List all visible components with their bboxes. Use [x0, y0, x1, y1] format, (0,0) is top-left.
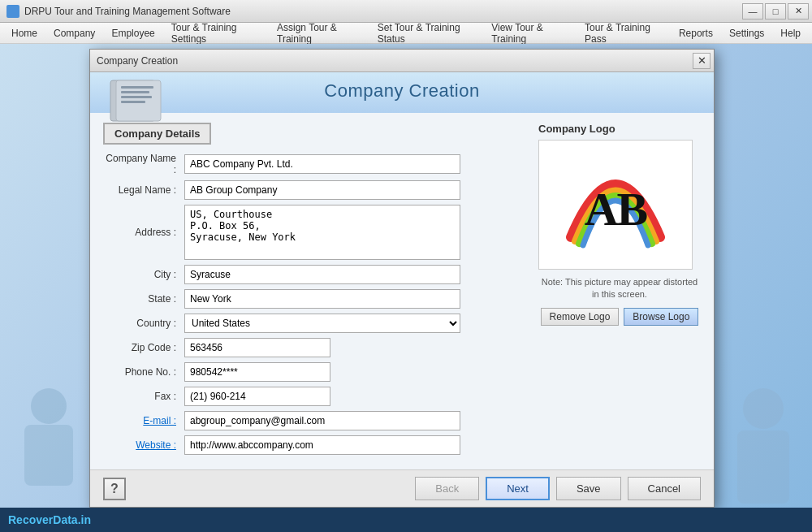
company-name-label: Company Name : [103, 153, 184, 175]
menu-item-tour-pass[interactable]: Tour & Training Pass [577, 19, 671, 47]
company-name-row: Company Name : [103, 153, 525, 175]
company-creation-modal: Company Creation ✕ Company Creation Comp… [89, 49, 715, 508]
brand-recover: Recover [8, 513, 53, 526]
modal-title-text: Company Creation [97, 55, 178, 67]
logo-section-title: Company Logo [538, 123, 701, 135]
minimize-button[interactable]: — [742, 3, 763, 19]
logo-buttons: Remove Logo Browse Logo [538, 308, 701, 326]
modal-body: Company Details Company Name : Legal Nam… [90, 113, 714, 469]
menu-item-settings[interactable]: Settings [721, 25, 772, 41]
legal-name-input[interactable] [184, 180, 460, 200]
svg-rect-6 [121, 86, 153, 89]
decorative-figure-right [723, 386, 804, 508]
brand-text: RecoverData.in [8, 513, 91, 526]
maximize-button[interactable]: □ [765, 3, 786, 19]
menu-item-company[interactable]: Company [45, 25, 103, 41]
modal-header: Company Creation [90, 72, 714, 113]
email-row: E-mail : [103, 411, 525, 430]
svg-rect-9 [121, 101, 145, 103]
legal-name-row: Legal Name : [103, 180, 525, 200]
brand-suffix: .in [78, 513, 91, 526]
fax-input[interactable] [184, 387, 330, 406]
state-row: State : [103, 289, 525, 309]
menu-item-assign-tour[interactable]: Assign Tour & Training [269, 19, 369, 47]
svg-rect-8 [121, 96, 152, 98]
title-bar: DRPU Tour and Training Management Softwa… [0, 0, 812, 23]
city-input[interactable] [184, 265, 460, 284]
right-panel: Company Logo AB Note: This picture may a… [538, 123, 701, 460]
logo-box: AB [538, 140, 693, 270]
save-button[interactable]: Save [556, 477, 621, 500]
email-label[interactable]: E-mail : [103, 415, 184, 426]
country-row: Country : United States United Kingdom C… [103, 314, 525, 333]
menu-item-home[interactable]: Home [3, 25, 45, 41]
website-input[interactable] [184, 435, 460, 455]
fax-label: Fax : [103, 391, 184, 402]
logo-note: Note: This picture may appear distorted … [538, 276, 701, 301]
city-label: City : [103, 269, 184, 280]
city-row: City : [103, 265, 525, 284]
remove-logo-button[interactable]: Remove Logo [541, 308, 620, 326]
phone-label: Phone No. : [103, 366, 184, 378]
header-icon [106, 76, 171, 125]
next-button[interactable]: Next [486, 477, 550, 500]
brand-bar: RecoverData.in [0, 508, 812, 532]
menu-item-employee[interactable]: Employee [103, 25, 162, 41]
browse-logo-button[interactable]: Browse Logo [624, 308, 698, 326]
cancel-button[interactable]: Cancel [628, 477, 701, 500]
section-header: Company Details [103, 123, 211, 145]
modal-header-title: Company Creation [90, 80, 714, 102]
country-select[interactable]: United States United Kingdom Canada Aust… [184, 314, 460, 333]
website-row: Website : [103, 435, 525, 455]
left-panel: Company Details Company Name : Legal Nam… [103, 123, 525, 460]
state-input[interactable] [184, 289, 460, 309]
modal-title-bar: Company Creation ✕ [90, 50, 714, 72]
menu-item-set-tour-status[interactable]: Set Tour & Training Status [369, 19, 483, 47]
title-bar-controls: — □ ✕ [742, 3, 809, 19]
svg-point-0 [31, 388, 67, 424]
svg-rect-1 [24, 425, 73, 486]
modal-footer: ? Back Next Save Cancel [90, 469, 714, 507]
fax-row: Fax : [103, 387, 525, 406]
back-button[interactable]: Back [415, 477, 479, 500]
brand-data: Data [53, 513, 77, 526]
zip-label: Zip Code : [103, 342, 184, 353]
menu-bar: Home Company Employee Tour & Training Se… [0, 23, 812, 44]
svg-text:AB: AB [585, 183, 648, 236]
zip-input[interactable] [184, 338, 330, 357]
phone-input[interactable] [184, 362, 330, 382]
email-input[interactable] [184, 411, 460, 430]
address-label: Address : [103, 227, 184, 238]
svg-rect-3 [737, 430, 789, 504]
country-label: Country : [103, 318, 184, 329]
menu-item-tour-settings[interactable]: Tour & Training Settings [163, 19, 269, 47]
footer-buttons: Back Next Save Cancel [415, 477, 701, 500]
ab-logo: AB [555, 148, 676, 262]
website-label[interactable]: Website : [103, 439, 184, 451]
svg-rect-7 [121, 91, 149, 93]
menu-item-help[interactable]: Help [772, 25, 809, 41]
app-title: DRPU Tour and Training Management Softwa… [24, 6, 231, 17]
menu-item-view-tour[interactable]: View Tour & Training [483, 19, 577, 47]
decorative-figure-left [8, 386, 89, 491]
modal-close-button[interactable]: ✕ [693, 53, 710, 69]
company-name-input[interactable] [184, 154, 460, 174]
state-label: State : [103, 293, 184, 305]
zip-row: Zip Code : [103, 338, 525, 357]
app-icon [6, 5, 19, 18]
help-button[interactable]: ? [103, 478, 126, 500]
legal-name-label: Legal Name : [103, 184, 184, 196]
address-row: Address : US, Courthouse P.O. Box 56, Sy… [103, 205, 525, 260]
svg-point-2 [743, 388, 784, 429]
menu-item-reports[interactable]: Reports [671, 25, 721, 41]
app-close-button[interactable]: ✕ [788, 3, 809, 19]
phone-row: Phone No. : [103, 362, 525, 382]
address-input[interactable]: US, Courthouse P.O. Box 56, Syracuse, Ne… [184, 205, 460, 260]
